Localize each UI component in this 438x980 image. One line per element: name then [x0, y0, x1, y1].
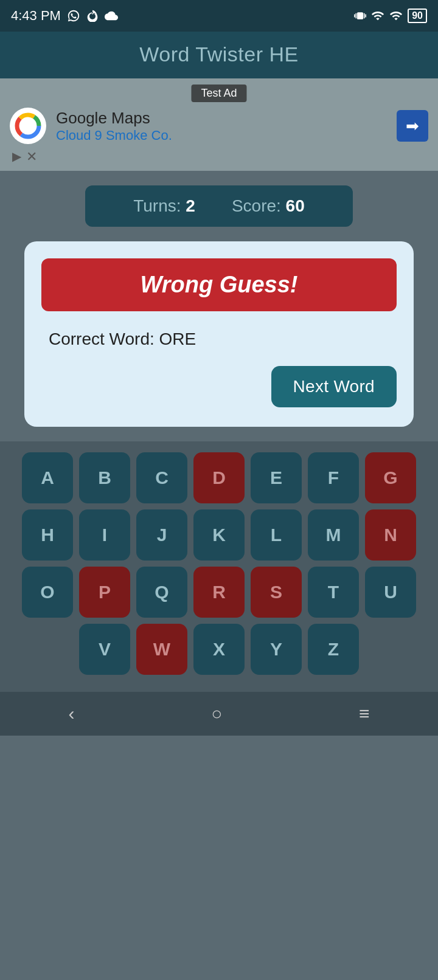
time-text: 4:43 PM [11, 8, 61, 24]
home-button[interactable]: ○ [211, 703, 222, 724]
battery-icon: 90 [408, 9, 427, 23]
ad-navigate-icon[interactable]: ➡ [397, 110, 428, 142]
key-q[interactable]: Q [136, 567, 187, 618]
key-t[interactable]: T [308, 567, 359, 618]
bottom-nav: ‹ ○ ≡ [0, 692, 438, 736]
wrong-guess-banner: Wrong Guess! [41, 258, 397, 311]
key-h[interactable]: H [22, 509, 73, 561]
menu-button[interactable]: ≡ [359, 703, 370, 724]
wifi-icon [389, 9, 403, 22]
key-z[interactable]: Z [308, 624, 359, 675]
key-k[interactable]: K [193, 509, 245, 561]
vibrate-icon [354, 10, 366, 22]
key-g[interactable]: G [365, 452, 416, 503]
correct-word-display: Correct Word: ORE [49, 330, 397, 349]
key-v[interactable]: V [79, 624, 130, 675]
key-n[interactable]: N [365, 509, 416, 561]
turns-display: Turns: 2 [133, 196, 195, 216]
key-s[interactable]: S [251, 567, 302, 618]
key-l[interactable]: L [251, 509, 302, 561]
keyboard-row: OPQRSTU [9, 567, 429, 618]
key-d[interactable]: D [193, 452, 245, 503]
ad-icons-row: ▶ ✕ [10, 150, 428, 164]
usb-icon [86, 10, 99, 22]
key-j[interactable]: J [136, 509, 187, 561]
ad-company: Google Maps [56, 109, 387, 128]
key-p[interactable]: P [79, 567, 130, 618]
key-o[interactable]: O [22, 567, 73, 618]
key-c[interactable]: C [136, 452, 187, 503]
keyboard-area: ABCDEFGHIJKLMNOPQRSTUVWXYZ [0, 441, 438, 692]
signal-icon [371, 9, 384, 22]
key-m[interactable]: M [308, 509, 359, 561]
cloud-icon [105, 9, 118, 22]
whatsapp-icon [67, 9, 80, 22]
score-display: Score: 60 [232, 196, 305, 216]
ad-content: Google Maps Cloud 9 Smoke Co. ➡ [10, 108, 428, 144]
key-y[interactable]: Y [251, 624, 302, 675]
key-i[interactable]: I [79, 509, 130, 561]
key-r[interactable]: R [193, 567, 245, 618]
ad-subtext: Cloud 9 Smoke Co. [56, 128, 387, 143]
google-logo-icon [15, 112, 41, 139]
back-button[interactable]: ‹ [68, 703, 74, 724]
key-f[interactable]: F [308, 452, 359, 503]
dialog-card: Wrong Guess! Correct Word: ORE Next Word [24, 241, 414, 427]
ad-banner: Test Ad Google Maps Cloud 9 Smoke Co. ➡ … [0, 78, 438, 171]
next-word-button[interactable]: Next Word [271, 366, 397, 407]
ad-logo [10, 108, 46, 144]
ad-text-block: Google Maps Cloud 9 Smoke Co. [56, 109, 387, 143]
app-title: Word Twister HE [0, 43, 438, 66]
keyboard-row: ABCDEFG [9, 452, 429, 503]
key-a[interactable]: A [22, 452, 73, 503]
score-bar: Turns: 2 Score: 60 [85, 185, 353, 227]
next-word-row: Next Word [41, 366, 397, 407]
wrong-guess-text: Wrong Guess! [141, 272, 298, 297]
app-header: Word Twister HE [0, 32, 438, 78]
status-bar: 4:43 PM 90 [0, 0, 438, 32]
status-icons: 90 [354, 9, 427, 23]
key-w[interactable]: W [136, 624, 187, 675]
status-time: 4:43 PM [11, 8, 118, 24]
key-b[interactable]: B [79, 452, 130, 503]
keyboard-row: VWXYZ [9, 624, 429, 675]
ad-label: Test Ad [191, 85, 246, 102]
keyboard-row: HIJKLMN [9, 509, 429, 561]
key-x[interactable]: X [193, 624, 245, 675]
ad-play-icon: ▶ [12, 150, 21, 164]
key-e[interactable]: E [251, 452, 302, 503]
ad-close-icon[interactable]: ✕ [26, 150, 37, 164]
key-u[interactable]: U [365, 567, 416, 618]
